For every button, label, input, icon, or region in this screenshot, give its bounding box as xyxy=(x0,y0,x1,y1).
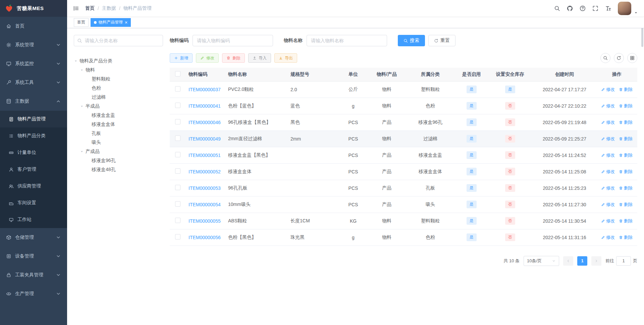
row-delete-link[interactable]: 删除 xyxy=(619,169,633,175)
row-delete-link[interactable]: 删除 xyxy=(619,185,633,191)
reset-button[interactable]: 重置 xyxy=(428,35,455,46)
toggle-search-button[interactable] xyxy=(600,53,610,63)
tree-node[interactable]: 移液盒96孔 xyxy=(74,156,163,165)
row-delete-link[interactable]: 删除 xyxy=(619,218,633,224)
row-edit-link[interactable]: 修改 xyxy=(601,169,615,175)
app-logo[interactable]: 苦糖果MES xyxy=(0,0,67,17)
row-checkbox[interactable] xyxy=(175,201,180,207)
tree-node[interactable]: 移液盒盒体 xyxy=(74,120,163,129)
row-checkbox[interactable] xyxy=(175,103,180,108)
add-button[interactable]: 新增 xyxy=(170,53,193,63)
refresh-table-button[interactable] xyxy=(614,53,624,63)
search-icon[interactable] xyxy=(554,5,560,11)
sidebar-item-customer-management[interactable]: 客户管理 xyxy=(0,161,67,178)
github-icon[interactable] xyxy=(567,5,573,11)
row-checkbox[interactable] xyxy=(175,136,180,141)
material-code-input[interactable] xyxy=(193,35,273,46)
row-delete-link[interactable]: 删除 xyxy=(619,103,633,109)
material-code-link[interactable]: ITEM00000055 xyxy=(189,218,221,224)
prev-page-button[interactable] xyxy=(563,256,573,266)
row-edit-link[interactable]: 修改 xyxy=(601,87,615,93)
edit-button[interactable]: 修改 xyxy=(196,53,219,63)
row-checkbox[interactable] xyxy=(175,152,180,157)
row-edit-link[interactable]: 修改 xyxy=(601,136,615,142)
sidebar-toggle-icon[interactable] xyxy=(73,5,79,11)
tree-node[interactable]: 塑料颗粒 xyxy=(74,74,163,84)
material-code-link[interactable]: ITEM00000049 xyxy=(189,136,221,142)
row-edit-link[interactable]: 修改 xyxy=(601,234,615,240)
next-page-button[interactable] xyxy=(591,256,601,266)
breadcrumb-item[interactable]: 首页 xyxy=(85,5,95,11)
row-delete-link[interactable]: 删除 xyxy=(619,119,633,125)
tree-node[interactable]: 物料及产品分类 xyxy=(74,56,163,65)
font-size-icon[interactable] xyxy=(605,5,611,11)
sidebar-item-warehouse-management[interactable]: 仓储管理 xyxy=(0,228,67,247)
row-checkbox[interactable] xyxy=(175,119,180,124)
row-delete-link[interactable]: 删除 xyxy=(619,234,633,240)
material-code-link[interactable]: ITEM00000056 xyxy=(189,235,221,240)
sidebar-item-home[interactable]: 首页 xyxy=(0,17,67,36)
tab-home[interactable]: 首页 xyxy=(74,18,89,27)
tree-node[interactable]: 物料 xyxy=(74,65,163,74)
row-delete-link[interactable]: 删除 xyxy=(619,152,633,158)
sidebar-item-system-management[interactable]: 系统管理 xyxy=(0,36,67,54)
tree-node[interactable]: 色粉 xyxy=(74,84,163,93)
sidebar-item-equipment-management[interactable]: 设备管理 xyxy=(0,247,67,266)
sidebar-item-production-management[interactable]: 生产管理 xyxy=(0,284,67,303)
row-delete-link[interactable]: 删除 xyxy=(619,202,633,208)
tree-node[interactable]: 过滤棉 xyxy=(74,93,163,102)
tree-node[interactable]: 吸头 xyxy=(74,138,163,147)
fullscreen-icon[interactable] xyxy=(592,5,598,11)
sidebar-item-master-data[interactable]: 主数据 xyxy=(0,92,67,111)
tree-node[interactable]: 半成品 xyxy=(74,102,163,111)
row-checkbox[interactable] xyxy=(175,218,180,223)
sidebar-item-system-monitor[interactable]: 系统监控 xyxy=(0,54,67,73)
row-checkbox[interactable] xyxy=(175,168,180,174)
tree-node[interactable]: 产成品 xyxy=(74,147,163,156)
export-button[interactable]: 导出 xyxy=(274,53,297,63)
page-number-button[interactable]: 1 xyxy=(577,256,587,266)
sidebar-item-workshop-settings[interactable]: 车间设置 xyxy=(0,195,67,211)
row-delete-link[interactable]: 删除 xyxy=(619,87,633,93)
row-checkbox[interactable] xyxy=(175,185,180,190)
row-edit-link[interactable]: 修改 xyxy=(601,202,615,208)
tab-material-product-management[interactable]: 物料产品管理× xyxy=(91,18,131,27)
caret-down-icon[interactable] xyxy=(634,11,638,15)
sidebar-item-material-product-category[interactable]: 物料产品分类 xyxy=(0,127,67,144)
row-edit-link[interactable]: 修改 xyxy=(601,103,615,109)
avatar[interactable] xyxy=(618,2,631,15)
material-code-link[interactable]: ITEM00000051 xyxy=(189,153,221,158)
page-size-select[interactable]: 10条/页 xyxy=(524,256,559,266)
row-delete-link[interactable]: 删除 xyxy=(619,136,633,142)
tree-node[interactable]: 移液盒盒盖 xyxy=(74,111,163,120)
row-edit-link[interactable]: 修改 xyxy=(601,185,615,191)
goto-page-input[interactable] xyxy=(616,256,631,266)
sidebar-item-fixture-management[interactable]: 工装夹具管理 xyxy=(0,266,67,284)
material-code-link[interactable]: ITEM00000046 xyxy=(189,120,221,125)
select-all-checkbox[interactable] xyxy=(175,71,180,76)
search-button[interactable]: 搜索 xyxy=(398,35,425,46)
material-code-link[interactable]: ITEM00000053 xyxy=(189,185,221,191)
material-code-link[interactable]: ITEM00000041 xyxy=(189,103,221,109)
material-name-input[interactable] xyxy=(307,35,387,46)
tree-node[interactable]: 移液盒48孔 xyxy=(74,165,163,174)
material-code-link[interactable]: ITEM00000037 xyxy=(189,87,221,92)
sidebar-item-supplier-management[interactable]: 供应商管理 xyxy=(0,178,67,195)
material-code-link[interactable]: ITEM00000052 xyxy=(189,169,221,174)
row-edit-link[interactable]: 修改 xyxy=(601,119,615,125)
tab-close-icon[interactable]: × xyxy=(125,20,127,25)
row-checkbox[interactable] xyxy=(175,234,180,239)
tree-node[interactable]: 孔板 xyxy=(74,129,163,138)
import-button[interactable]: 导入 xyxy=(248,53,271,63)
columns-button[interactable] xyxy=(627,53,637,63)
category-search-input[interactable] xyxy=(74,35,163,46)
material-code-link[interactable]: ITEM00000054 xyxy=(189,202,221,207)
row-edit-link[interactable]: 修改 xyxy=(601,218,615,224)
row-checkbox[interactable] xyxy=(175,86,180,92)
help-icon[interactable] xyxy=(580,5,586,11)
sidebar-item-material-product-management[interactable]: 物料产品管理 xyxy=(0,111,67,127)
row-edit-link[interactable]: 修改 xyxy=(601,152,615,158)
sidebar-item-workstation[interactable]: 工作站 xyxy=(0,211,67,228)
sidebar-item-measurement-unit[interactable]: 计量单位 xyxy=(0,144,67,161)
delete-button[interactable]: 删除 xyxy=(222,53,245,63)
